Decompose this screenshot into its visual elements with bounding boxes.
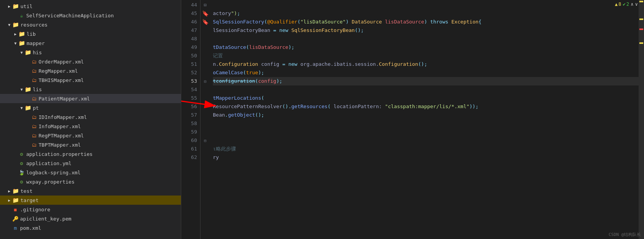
sidebar-item-resources[interactable]: 📁 resources [0, 20, 181, 29]
line-numbers: 44 45 46 47 48 49 50 51 52 53 54 55 56 5… [181, 0, 201, 239]
arrow-icon [6, 189, 12, 193]
arrow-icon [12, 41, 19, 45]
arrow-icon [12, 32, 19, 36]
sidebar-item-label: his [33, 50, 42, 55]
bookmark-icon: 🔖 [202, 19, 209, 25]
folder-icon: 📁 [19, 40, 25, 46]
warning-badge: ▲ 8 [615, 2, 621, 7]
sidebar-item-util[interactable]: 📁 util [0, 2, 181, 11]
sidebar-item-regptmapper[interactable]: 🗂 RegPTMapper.xml [0, 131, 181, 140]
gutter-51 [201, 60, 210, 69]
xml-icon: 🗂 [31, 59, 37, 65]
code-line-60 [213, 136, 639, 145]
scroll-marker-warning2 [639, 18, 643, 20]
gutter-49 [201, 43, 210, 52]
sidebar-item-label: pt [33, 105, 39, 111]
line-num-57: 57 [181, 111, 197, 119]
sidebar-item-patientmapper[interactable]: 🗂 PatientMapper.xml [0, 94, 181, 103]
sidebar-item-tbptmapper[interactable]: 🗂 TBPTMapper.xml [0, 140, 181, 149]
gutter-61 [201, 145, 210, 153]
scrollbar-markers [639, 0, 644, 239]
sidebar-item-ordermapper[interactable]: 🗂 OrderMapper.xml [0, 57, 181, 66]
sidebar-item-lis[interactable]: 📁 lis [0, 85, 181, 94]
gutter-59 [201, 128, 210, 136]
folder-icon: 📁 [25, 105, 31, 111]
line-num-48: 48 [181, 35, 197, 43]
ok-icon: ✔ [623, 2, 625, 7]
sidebar-item-label: OrderMapper.xml [39, 59, 84, 65]
sidebar-item-apiclient[interactable]: 🔑 apiclient_key.pem [0, 214, 181, 223]
gutter-62 [201, 153, 210, 162]
sidebar-item-label: resources [20, 22, 47, 28]
gutter-55 [201, 94, 210, 102]
ok-count: 2 [626, 2, 629, 7]
arrow-icon [6, 198, 12, 202]
code-line-48 [213, 35, 639, 43]
nav-down-button[interactable]: ∨ [635, 2, 638, 7]
gutter-46: 🔖 [201, 18, 210, 26]
sidebar-item-label: util [20, 3, 32, 9]
scroll-marker-warning3 [639, 42, 643, 44]
sidebar-item-appprop[interactable]: ⚙ application.properties [0, 149, 181, 159]
folder-icon: 📁 [25, 86, 31, 92]
sidebar-item-test[interactable]: 📁 test [0, 186, 181, 196]
folder-icon: 📁 [25, 49, 31, 55]
sidebar-item-label: PatientMapper.xml [39, 96, 90, 102]
folder-icon: 📁 [12, 22, 19, 28]
sidebar-item-pt[interactable]: 📁 pt [0, 103, 181, 112]
xml-icon: 🗂 [31, 96, 37, 102]
line-num-55: 55 [181, 94, 197, 102]
code-line-53: tconfiguration(config); [213, 77, 639, 85]
sidebar-item-target[interactable]: 📁 target [0, 196, 181, 205]
xml-icon: 🗂 [31, 124, 37, 129]
sidebar-item-mapper[interactable]: 📁 mapper [0, 38, 181, 48]
sidebar-item-idinfomapper[interactable]: 🗂 IDInfoMapper.xml [0, 112, 181, 122]
code-line-56: ResourcePatternResolver().getResources( … [213, 102, 639, 111]
code-line-50: 记置 [213, 52, 639, 60]
code-line-62: ry [213, 153, 639, 162]
folder-icon: 📁 [19, 31, 25, 37]
file-tree: 📁 util ☕ SelfServiceMachineApplication 📁… [0, 0, 181, 239]
code-line-57: Bean.getObject(); [213, 111, 639, 119]
sidebar-item-infomapper[interactable]: 🗂 InfoMapper.xml [0, 122, 181, 131]
sidebar-item-selfservice[interactable]: ☕ SelfServiceMachineApplication [0, 11, 181, 20]
sidebar-item-label: .gitignore [20, 207, 50, 212]
gutter-56 [201, 102, 210, 111]
gutter-44: ⊟ [201, 1, 210, 9]
code-line-59 [213, 128, 639, 136]
sidebar-item-pom[interactable]: m pom.xml [0, 223, 181, 232]
sidebar-item-lib[interactable]: 📁 lib [0, 29, 181, 38]
code-line-47: lSessionFactoryBean = new SqlSessionFact… [213, 26, 639, 35]
sidebar-item-label: wxpay.properties [26, 179, 74, 185]
gutter-58 [201, 119, 210, 128]
bookmark-icon: 🔖 [202, 10, 209, 17]
pem-icon: 🔑 [12, 216, 19, 222]
code-line-61: ι略此步骤 [213, 145, 639, 153]
code-line-54 [213, 85, 639, 94]
sidebar-item-gitignore[interactable]: ◼ .gitignore [0, 205, 181, 214]
folder-icon: 📁 [12, 3, 19, 9]
sidebar-item-appyml[interactable]: ⚙ application.yml [0, 159, 181, 168]
sidebar-item-label: lis [33, 87, 42, 92]
folder-icon: 📁 [12, 188, 19, 194]
line-num-54: 54 [181, 85, 197, 94]
sidebar-item-label: TBPTMapper.xml [39, 142, 81, 148]
sidebar-item-label: lib [27, 31, 35, 37]
scroll-marker-error [639, 28, 643, 30]
sidebar-item-regmapper[interactable]: 🗂 RegMapper.xml [0, 66, 181, 75]
xml-icon: 🗂 [31, 114, 37, 120]
gutter-54 [201, 85, 210, 94]
sidebar-item-wxpay[interactable]: ⚙ wxpay.properties [0, 177, 181, 186]
code-line-55: tMapperLocations( [213, 94, 639, 102]
line-num-47: 47 [181, 26, 197, 35]
yml-icon: ⚙ [19, 160, 25, 166]
sidebar-item-logback[interactable]: 🍃 logback-spring.xml [0, 168, 181, 177]
code-line-44 [213, 1, 639, 9]
line-num-59: 59 [181, 128, 197, 136]
sidebar-item-his[interactable]: 📁 his [0, 48, 181, 57]
nav-up-button[interactable]: ∧ [631, 2, 634, 7]
line-num-52: 52 [181, 69, 197, 77]
properties-icon: ⚙ [19, 179, 25, 185]
sidebar-item-tbhismapper[interactable]: 🗂 TBHISMapper.xml [0, 75, 181, 85]
code-lines: actory"); SqlSessionFactory(@Qualifier("… [210, 0, 639, 239]
